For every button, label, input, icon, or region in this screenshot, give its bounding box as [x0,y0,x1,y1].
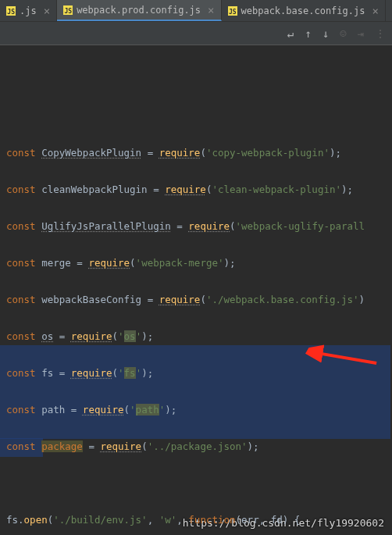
close-icon[interactable]: × [372,5,378,17]
file-tab-2[interactable]: JS webpack.base.config.js × [222,0,386,21]
arrow-down-icon[interactable]: ↓ [323,27,329,40]
editor-tabs: JS .js × JS webpack.prod.config.js × JS … [0,0,392,22]
arrow-up-icon[interactable]: ↑ [305,27,311,40]
close-icon[interactable]: × [44,5,50,17]
js-file-icon: JS [63,5,73,15]
file-tab-1[interactable]: JS webpack.prod.config.js × [57,0,221,21]
js-file-icon: JS [228,6,237,16]
code-editor[interactable]: const CopyWebpackPlugin = require('copy-… [0,45,392,535]
more-icon[interactable]: ⋮ [375,27,386,40]
tab-label: webpack.prod.config.js [77,5,201,16]
close-icon[interactable]: × [208,4,214,16]
editor-toolbar: ↵ ↑ ↓ ☺ ⇥ ⋮ [0,22,392,45]
user-icon[interactable]: ☺ [340,27,346,40]
tab-label: .js [20,5,37,16]
select-all-icon[interactable]: ⇥ [358,27,364,40]
enter-icon[interactable]: ↵ [287,27,294,40]
tab-label: webpack.base.config.js [241,5,365,16]
file-tab-0[interactable]: JS .js × [0,0,57,21]
js-file-icon: JS [6,6,16,16]
